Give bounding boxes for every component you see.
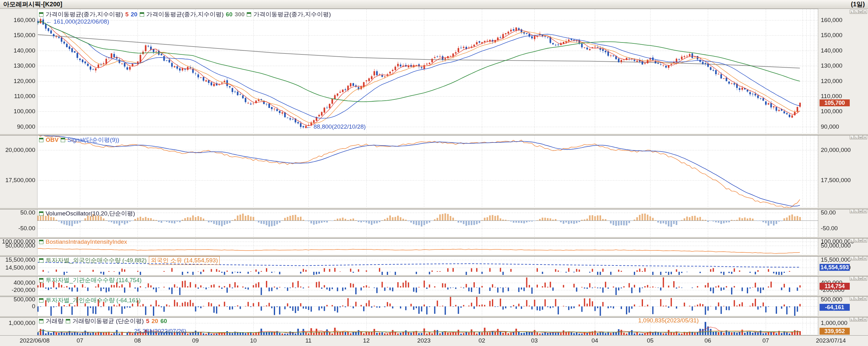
inst-y-axis-label: 400,000 <box>1 279 35 286</box>
bost-panel-option-button[interactable]: L <box>850 239 854 243</box>
x-axis-label: 08 <box>114 337 161 344</box>
x-axis-label: 05 <box>627 337 674 344</box>
inst-panel-option-button[interactable]: M <box>859 277 863 281</box>
indicator-toggle-icon[interactable] <box>39 258 43 263</box>
price-panel-option-button[interactable]: L <box>850 10 854 14</box>
indicator-toggle-icon[interactable] <box>61 138 65 142</box>
price-panel-option-button[interactable]: M <box>859 10 863 14</box>
chart-canvas[interactable] <box>0 0 868 346</box>
foreign-legend: 투자자별_외국인순매수수량 (-49,882) 외국인 소유 (14,554,5… <box>39 256 220 265</box>
max-volume-annotation: 1,090,835(2023/05/31) <box>592 317 699 324</box>
vosc-y-axis-label: 50.00 <box>1 209 35 216</box>
indicator-toggle-icon[interactable] <box>247 12 251 17</box>
price-y-axis-label: 150,000 <box>1 32 35 39</box>
legend-obv-label: OBV <box>45 136 59 144</box>
individual-net-badge: -64,161 <box>819 304 850 311</box>
forgn-y-axis-label: 14,500,000 <box>1 264 35 271</box>
obv-panel-option-button[interactable]: X <box>863 135 867 139</box>
forgn-panel-option-button[interactable]: L <box>850 256 854 260</box>
bost-y-axis-label: 50,000,000 <box>821 242 850 249</box>
indiv-panel-option-button[interactable]: M <box>859 296 863 301</box>
indicator-toggle-icon[interactable] <box>39 138 43 142</box>
foreign-holdings-label: 외국인 소유 (14,554,593) <box>149 256 220 265</box>
min-volume-annotation: ← 25,381(2022/07/26) <box>126 328 186 335</box>
bost-panel-option-button[interactable]: X <box>863 239 867 243</box>
title-bar: 아모레퍼시픽-[K200] (1일) <box>0 0 868 9</box>
indicator-toggle-icon[interactable] <box>39 319 43 323</box>
forgn-panel-option-button[interactable]: L <box>854 256 858 260</box>
indicator-toggle-icon[interactable] <box>140 12 144 17</box>
x-axis-label: 04 <box>571 337 618 344</box>
obv-y-axis-label: 20,000,000 <box>821 147 850 154</box>
vosc-y-axis-label: -50.00 <box>821 225 850 232</box>
price-y-axis-label: 120,000 <box>1 78 35 85</box>
legend-ma-param: 20 <box>152 318 158 325</box>
price-y-axis-label: 150,000 <box>821 32 850 39</box>
volume-oscillator-legend: VolumeOscillator(10,20,단순이평) <box>39 210 135 218</box>
low-price-annotation: ← 88,800(2022/10/28) <box>306 123 366 130</box>
x-axis-label: 03 <box>511 337 558 344</box>
indicator-toggle-icon[interactable] <box>39 298 43 303</box>
obv-panel-option-button[interactable]: L <box>854 135 858 139</box>
inst-panel-option-button[interactable]: L <box>850 277 854 281</box>
vosc-y-axis-label: 50.00 <box>821 209 850 216</box>
vosc-panel-option-button[interactable]: X <box>863 209 867 213</box>
panel-splitter[interactable] <box>0 134 868 135</box>
price-legend: 가격이동평균(종가,지수이평) 5 20 가격이동평균(종가,지수이평) 60 … <box>39 10 331 19</box>
legend-ma-label: 가격이동평균(종가,지수이평) <box>253 10 331 19</box>
indiv-panel-option-button[interactable]: L <box>854 296 858 301</box>
indicator-toggle-icon[interactable] <box>39 12 43 17</box>
obv-panel-option-button[interactable]: M <box>859 135 863 139</box>
vol-panel-option-button[interactable]: M <box>859 317 863 321</box>
price-y-axis-label: 110,000 <box>1 93 35 100</box>
indicator-toggle-icon[interactable] <box>66 319 70 323</box>
legend-label: BostiansIntradayIntensityIndex <box>45 239 127 245</box>
obv-panel-option-button[interactable]: L <box>850 135 854 139</box>
indiv-y-axis-label: 500,000 <box>1 296 35 303</box>
vol-panel-option-button[interactable]: X <box>863 317 867 321</box>
x-axis-label: 06 <box>684 337 732 344</box>
forgn-y-axis-label: 15,500,000 <box>821 256 850 263</box>
price-panel-option-button[interactable]: X <box>863 10 867 14</box>
indiv-panel-option-button[interactable]: X <box>863 296 867 301</box>
inst-y-axis-label: -200,000 <box>1 287 35 293</box>
legend-ma-param: 300 <box>235 11 245 18</box>
price-y-axis-label: 90,000 <box>821 123 850 130</box>
indicator-toggle-icon[interactable] <box>39 278 43 282</box>
bost-panel-option-button[interactable]: M <box>859 239 863 243</box>
vol-y-axis-label: 1,000,000 <box>821 320 850 326</box>
price-y-axis-label: 140,000 <box>1 47 35 54</box>
price-y-axis-label: 160,000 <box>1 17 35 24</box>
x-axis-label: 12 <box>343 337 390 344</box>
panel-splitter[interactable] <box>0 237 868 239</box>
vosc-panel-option-button[interactable]: L <box>850 209 854 213</box>
x-axis-label: 09 <box>172 337 219 344</box>
legend-label: 투자자별_개인순매수수량 (-64,161) <box>45 296 141 305</box>
indicator-toggle-icon[interactable] <box>39 240 43 244</box>
inst-panel-option-button[interactable]: X <box>863 277 867 281</box>
indiv-y-axis-label: 0 <box>1 303 35 310</box>
price-y-axis-label: 100,000 <box>1 108 35 115</box>
bost-panel-option-button[interactable]: L <box>854 239 858 243</box>
indicator-toggle-icon[interactable] <box>39 211 43 216</box>
price-y-axis-label: 120,000 <box>821 78 850 85</box>
current-price-badge: 105,700 <box>819 99 850 106</box>
price-panel-option-button[interactable]: L <box>854 10 858 14</box>
price-y-axis-label: 160,000 <box>821 17 850 24</box>
forgn-panel-option-button[interactable]: M <box>859 256 863 260</box>
price-y-axis-label: 110,000 <box>821 93 850 100</box>
price-y-axis-label: 130,000 <box>821 62 850 69</box>
legend-ma-param: 20 <box>131 11 137 18</box>
vol-panel-option-button[interactable]: L <box>850 317 854 321</box>
inst-panel-option-button[interactable]: L <box>854 277 858 281</box>
indiv-panel-option-button[interactable]: L <box>850 296 854 301</box>
vosc-panel-option-button[interactable]: M <box>859 209 863 213</box>
x-axis-label: 2023 <box>400 337 447 344</box>
legend-label: 거래량이동평균 (단순이평) <box>72 317 144 325</box>
obv-legend: OBV Signal(단순이평(9)) <box>39 136 119 144</box>
forgn-panel-option-button[interactable]: X <box>863 256 867 260</box>
obv-y-axis-label: 17,500,000 <box>821 177 850 184</box>
vol-panel-option-button[interactable]: L <box>854 317 858 321</box>
indiv-y-axis-label: 500,000 <box>821 296 850 303</box>
vosc-panel-option-button[interactable]: L <box>854 209 858 213</box>
